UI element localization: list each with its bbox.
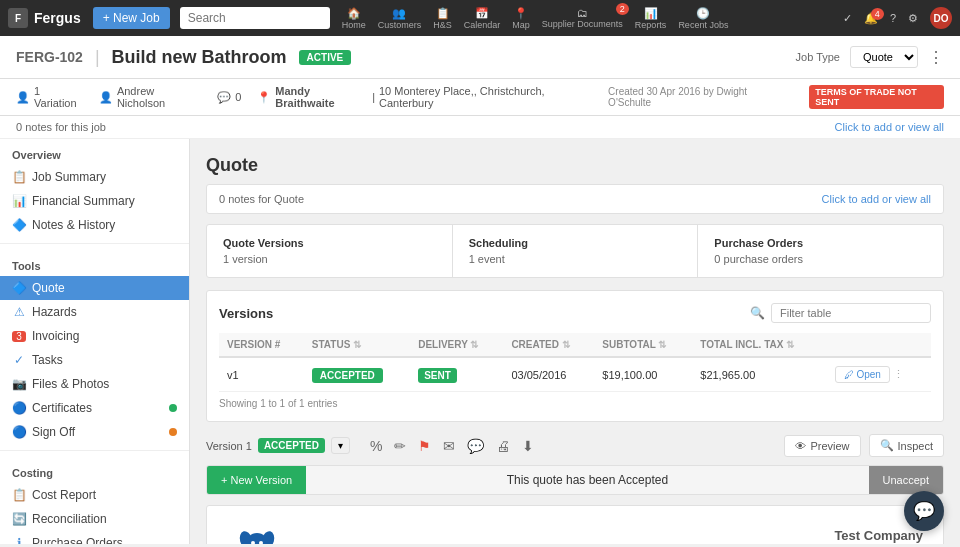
- invoicing-icon: 3: [12, 331, 26, 342]
- sidebar-item-files-photos[interactable]: 📷 Files & Photos: [0, 372, 189, 396]
- flag-icon-button[interactable]: ⚑: [414, 436, 435, 456]
- help-icon[interactable]: ?: [890, 12, 896, 24]
- chat-bubble-button[interactable]: 💬: [904, 491, 944, 531]
- accepted-banner: + New Version This quote has been Accept…: [206, 465, 944, 495]
- accepted-message: This quote has been Accepted: [306, 473, 868, 487]
- bell-icon[interactable]: 🔔4: [864, 12, 878, 25]
- nav-has[interactable]: 📋H&S: [433, 7, 452, 30]
- sidebar-item-sign-off[interactable]: 🔵 Sign Off: [0, 420, 189, 444]
- nav-calendar[interactable]: 📅Calendar: [464, 7, 501, 30]
- sidebar-item-tasks[interactable]: ✓ Tasks: [0, 348, 189, 372]
- version-action[interactable]: 🖊 Open ⋮: [827, 357, 931, 392]
- files-photos-icon: 📷: [12, 377, 26, 391]
- job-status-badge: ACTIVE: [299, 50, 352, 65]
- breadcrumb-bar: FERG-102 | Build new Bathroom ACTIVE Job…: [0, 36, 960, 79]
- doc-header: Fergus Test Company 20 Demo Rd Auckland …: [227, 526, 923, 544]
- filter-table-input[interactable]: [771, 303, 931, 323]
- client-item[interactable]: 📍 Mandy Braithwaite | 10 Monterey Place,…: [257, 85, 592, 109]
- brand-name: Fergus: [34, 10, 81, 26]
- summary-card-value: 1 version: [223, 253, 436, 265]
- comments-item[interactable]: 💬 0: [217, 91, 241, 104]
- assignee-icon: 👤: [99, 91, 113, 104]
- comment-icon: 💬: [217, 91, 231, 104]
- row-more-icon[interactable]: ⋮: [893, 368, 904, 380]
- summary-card-scheduling: Scheduling 1 event: [453, 225, 699, 277]
- preview-button[interactable]: 👁 Preview: [784, 435, 860, 457]
- top-navigation: F Fergus + New Job 🏠Home 👥Customers 📋H&S…: [0, 0, 960, 36]
- new-version-button[interactable]: + New Version: [207, 466, 306, 494]
- nav-customers[interactable]: 👥Customers: [378, 7, 422, 30]
- sign-off-icon: 🔵: [12, 425, 26, 439]
- more-options-button[interactable]: ⋮: [928, 48, 944, 67]
- unaccept-button[interactable]: Unaccept: [869, 466, 943, 494]
- sidebar-item-reconciliation[interactable]: 🔄 Reconciliation: [0, 507, 189, 531]
- sidebar-item-quote[interactable]: 🔷 Quote: [0, 276, 189, 300]
- col-status: STATUS ⇅: [304, 333, 410, 357]
- created-info: Created 30 Apr 2016 by Dwight O'Schulte: [608, 86, 785, 108]
- print-icon-button[interactable]: 🖨: [492, 436, 514, 456]
- breadcrumb-right: Job Type Quote ⋮: [796, 46, 944, 68]
- quote-notes-bar: 0 notes for Quote Click to add or view a…: [206, 184, 944, 214]
- job-notes-click[interactable]: Click to add or view all: [835, 121, 944, 133]
- sidebar-item-purchase-orders[interactable]: ℹ Purchase Orders: [0, 531, 189, 544]
- job-summary-icon: 📋: [12, 170, 26, 184]
- quote-icon: 🔷: [12, 281, 26, 295]
- summary-cards: Quote Versions 1 version Scheduling 1 ev…: [206, 224, 944, 278]
- nav-reports[interactable]: 📊Reports: [635, 7, 667, 30]
- summary-card-value: 1 event: [469, 253, 682, 265]
- sidebar-item-notes-history[interactable]: 🔷 Notes & History: [0, 213, 189, 237]
- version-status-badge: ACCEPTED: [258, 438, 325, 453]
- sidebar-item-certificates[interactable]: 🔵 Certificates: [0, 396, 189, 420]
- summary-card-versions: Quote Versions 1 version: [207, 225, 453, 277]
- chat-icon-button[interactable]: 💬: [463, 436, 488, 456]
- job-type-select[interactable]: Quote: [850, 46, 918, 68]
- variations-item[interactable]: 👤 1 Variation: [16, 85, 83, 109]
- nav-supplier-documents[interactable]: 🗂2Supplier Documents: [542, 7, 623, 29]
- inspect-button[interactable]: 🔍 Inspect: [869, 434, 944, 457]
- certificates-icon: 🔵: [12, 401, 26, 415]
- sidebar-item-job-summary[interactable]: 📋 Job Summary: [0, 165, 189, 189]
- terms-badge[interactable]: TERMS OF TRADE NOT SENT: [809, 85, 944, 109]
- new-job-button[interactable]: + New Job: [93, 7, 170, 29]
- nav-map[interactable]: 📍Map: [512, 7, 530, 30]
- search-input[interactable]: [180, 7, 330, 29]
- gear-icon[interactable]: ⚙: [908, 12, 918, 25]
- versions-title: Versions: [219, 306, 273, 321]
- purchase-orders-icon: ℹ: [12, 536, 26, 544]
- sign-off-dot: [169, 428, 177, 436]
- costing-section-title: Costing: [0, 457, 189, 483]
- job-notes-bar: 0 notes for this job Click to add or vie…: [0, 116, 960, 139]
- cost-report-icon: 📋: [12, 488, 26, 502]
- job-id: FERG-102: [16, 49, 83, 65]
- sidebar-item-hazards[interactable]: ⚠ Hazards: [0, 300, 189, 324]
- variation-icon: 👤: [16, 91, 30, 104]
- reconciliation-icon: 🔄: [12, 512, 26, 526]
- version-delivery: SENT: [410, 357, 503, 392]
- nav-home[interactable]: 🏠Home: [342, 7, 366, 30]
- quote-notes-click[interactable]: Click to add or view all: [822, 193, 931, 205]
- user-avatar[interactable]: DO: [930, 7, 952, 29]
- download-icon-button[interactable]: ⬇: [518, 436, 538, 456]
- email-icon-button[interactable]: ✉: [439, 436, 459, 456]
- percent-icon-button[interactable]: %: [366, 436, 386, 456]
- edit-icon-button[interactable]: ✏: [390, 436, 410, 456]
- check-icon[interactable]: ✓: [843, 12, 852, 25]
- job-type-label: Job Type: [796, 51, 840, 63]
- version-dropdown-button[interactable]: ▾: [331, 437, 350, 454]
- version-toolbar: Version 1 ACCEPTED ▾ % ✏ ⚑ ✉ 💬 🖨 ⬇ 👁 Pre…: [206, 434, 944, 457]
- col-total: TOTAL INCL. TAX ⇅: [692, 333, 826, 357]
- open-version-button[interactable]: 🖊 Open: [835, 366, 890, 383]
- search-icon: 🔍: [750, 306, 765, 320]
- job-notes-text: 0 notes for this job: [16, 121, 106, 133]
- summary-card-title: Scheduling: [469, 237, 682, 249]
- overview-section-title: Overview: [0, 139, 189, 165]
- assignee-item[interactable]: 👤 Andrew Nicholson: [99, 85, 201, 109]
- nav-recent-jobs[interactable]: 🕒Recent Jobs: [678, 7, 728, 30]
- versions-table: VERSION # STATUS ⇅ DELIVERY ⇅ CREATED ⇅ …: [219, 333, 931, 392]
- sidebar-item-invoicing[interactable]: 3 Invoicing: [0, 324, 189, 348]
- table-footer: Showing 1 to 1 of 1 entries: [219, 392, 931, 409]
- sidebar-item-cost-report[interactable]: 📋 Cost Report: [0, 483, 189, 507]
- col-delivery: DELIVERY ⇅: [410, 333, 503, 357]
- sidebar-item-financial-summary[interactable]: 📊 Financial Summary: [0, 189, 189, 213]
- col-action: [827, 333, 931, 357]
